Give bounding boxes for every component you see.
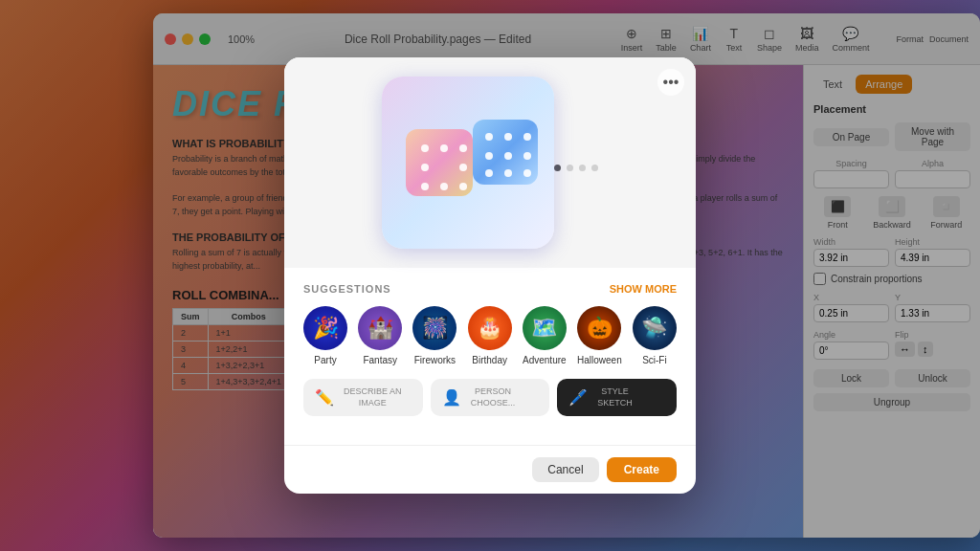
suggestion-scifi[interactable]: 🛸 Sci-Fi [633, 306, 677, 365]
svg-point-13 [485, 152, 493, 160]
dot-1[interactable] [554, 165, 561, 171]
suggestion-fireworks[interactable]: 🎆 Fireworks [412, 306, 457, 365]
scifi-label: Sci-Fi [642, 355, 667, 365]
image-generation-modal: ••• [284, 57, 696, 494]
svg-point-6 [421, 183, 429, 190]
svg-point-3 [459, 144, 467, 152]
birthday-label: Birthday [472, 355, 507, 365]
dot-2[interactable] [567, 165, 573, 171]
suggestions-header: SUGGESTIONS SHOW MORE [303, 283, 677, 295]
suggestion-halloween[interactable]: 🎃 Halloween [577, 306, 622, 365]
fantasy-label: Fantasy [363, 355, 397, 365]
person-text: PERSON CHOOSE... [471, 386, 516, 408]
person-icon: 👤 [440, 388, 463, 407]
svg-point-16 [485, 169, 493, 177]
modal-options: ✏️ DESCRIBE AN IMAGE 👤 PERSON CHOOSE... … [303, 379, 677, 416]
svg-point-14 [504, 152, 512, 160]
halloween-label: Halloween [577, 355, 622, 365]
svg-point-10 [485, 133, 493, 141]
dice-svg [391, 96, 545, 230]
birthday-icon: 🎂 [468, 306, 512, 350]
adventure-icon: 🗺️ [523, 306, 567, 350]
svg-point-15 [523, 152, 531, 160]
svg-point-8 [459, 183, 467, 190]
party-icon: 🎉 [303, 306, 347, 350]
svg-point-17 [504, 169, 512, 177]
suggestions-label: SUGGESTIONS [303, 283, 391, 295]
modal-body: SUGGESTIONS SHOW MORE 🎉 Party 🏰 Fantasy … [284, 268, 696, 445]
describe-text: DESCRIBE AN IMAGE [344, 386, 402, 408]
suggestion-birthday[interactable]: 🎂 Birthday [468, 306, 512, 365]
fantasy-icon: 🏰 [358, 306, 402, 350]
fireworks-label: Fireworks [414, 355, 456, 365]
style-text: STYLE SKETCH [597, 386, 633, 408]
svg-point-7 [440, 183, 448, 190]
scifi-icon: 🛸 [633, 306, 677, 350]
modal-footer: Cancel Create [284, 445, 696, 494]
style-icon: 🖊️ [567, 388, 590, 407]
show-more-button[interactable]: SHOW MORE [610, 283, 677, 295]
modal-image-area: ••• [284, 57, 696, 268]
fireworks-icon: 🎆 [412, 306, 457, 350]
dot-3[interactable] [579, 165, 586, 171]
modal-overlay: ••• [0, 0, 980, 551]
style-button[interactable]: 🖊️ STYLE SKETCH [557, 379, 677, 416]
suggestion-party[interactable]: 🎉 Party [303, 306, 347, 365]
dice-preview-image [382, 77, 554, 249]
svg-point-2 [440, 144, 448, 152]
adventure-label: Adventure [523, 355, 567, 365]
suggestions-row: 🎉 Party 🏰 Fantasy 🎆 Fireworks 🎂 Birthday… [303, 306, 677, 365]
svg-point-4 [421, 164, 429, 171]
svg-point-18 [523, 169, 531, 177]
more-options-button[interactable]: ••• [657, 69, 684, 96]
svg-point-12 [523, 133, 531, 141]
halloween-icon: 🎃 [577, 306, 621, 350]
svg-point-1 [421, 144, 429, 152]
describe-image-button[interactable]: ✏️ DESCRIBE AN IMAGE [303, 379, 423, 416]
create-button[interactable]: Create [607, 457, 677, 482]
party-label: Party [314, 355, 336, 365]
dot-4[interactable] [591, 165, 598, 171]
cancel-button[interactable]: Cancel [532, 457, 598, 482]
svg-point-11 [504, 133, 512, 141]
carousel-dots [554, 153, 598, 171]
suggestion-adventure[interactable]: 🗺️ Adventure [523, 306, 567, 365]
suggestion-fantasy[interactable]: 🏰 Fantasy [358, 306, 402, 365]
svg-point-5 [459, 164, 467, 171]
person-button[interactable]: 👤 PERSON CHOOSE... [431, 379, 550, 416]
describe-icon: ✏️ [313, 388, 336, 407]
